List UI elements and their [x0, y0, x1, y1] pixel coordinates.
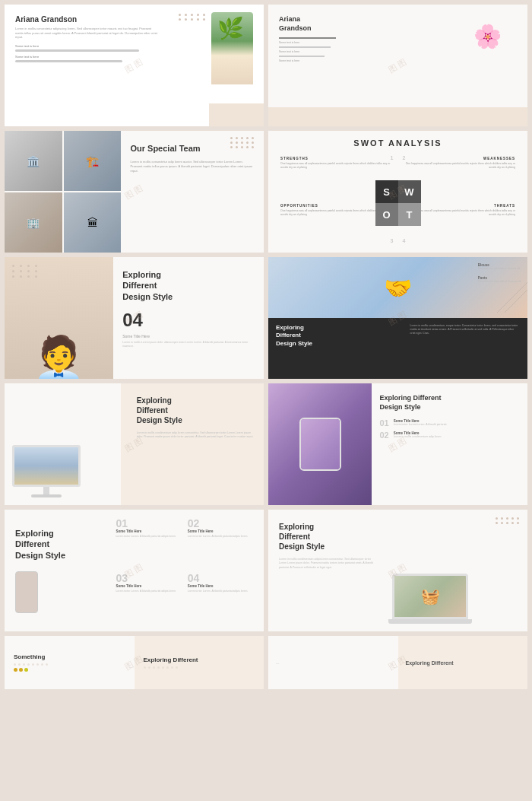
dot: [203, 18, 205, 21]
slide3-photo-2: 🏗️: [64, 131, 122, 191]
slide1-dots: [179, 14, 207, 21]
slide11-yellow-dots: [14, 668, 125, 672]
slide2-label3: Some text is here: [279, 59, 393, 62]
slide9-item2-title: Some Title Here: [188, 529, 256, 533]
slide12-right-title: Exploring Different: [406, 660, 454, 666]
slide-2: 图图 Ariana Grandson Some text is here Som…: [268, 5, 527, 126]
slides-grid: 图图 Ariana Grandson Lorem in mollis conse…: [0, 0, 532, 694]
slide7-content: Exploring Different Design Style Lorem i…: [129, 383, 264, 505]
slide-4: 图图 SWOT ANALYSIS 1 STRENGTHS One happine…: [268, 131, 527, 253]
slide10-laptop: 🧺: [392, 574, 468, 624]
slide9-item3-title: Some Title Here: [116, 584, 184, 588]
slide-6: 图图 🤝 Blouse Some text here ortet elitik …: [268, 257, 527, 379]
slide5-body: Lorem in mollis Lorem ipsum dolor ullamc…: [122, 341, 255, 348]
slide3-photos: 🏛️ 🏗️ 🏢 🏛: [5, 131, 121, 253]
slide2-bar3: [279, 56, 325, 57]
slide3-photo-3: 🏢: [5, 192, 62, 253]
slide4-swot-area: 1 STRENGTHS One happiness was all unplea…: [277, 154, 518, 253]
slide8-item1-text: Some Title Here Lorem tortor Lorem Lorem…: [394, 419, 448, 427]
slide8-item2-text: Some Title Here Lorem in mollis condimen…: [394, 431, 442, 439]
slide6-label1-sub: Some text here ortet elitik ut. Fuamcor …: [478, 267, 521, 270]
slide11-left: Something: [5, 636, 135, 689]
slide-10: 图图 Exploring Different Design Style Lore…: [268, 510, 527, 631]
dot: [203, 14, 205, 16]
slide-7: 图图 Exploring Different Design Style Lore…: [5, 383, 264, 505]
slide9-item2: 02 Some Title Here Lorem tortor Lorem. A…: [188, 517, 256, 569]
slide9-item2-num: 02: [188, 517, 256, 529]
slide-12: 图图 ... Exploring Different: [268, 636, 527, 689]
swot-strengths-text: One happiness was all unpleasantness pai…: [280, 162, 394, 170]
slide-9: 图图 Exploring Different Design Style 01 S…: [5, 510, 264, 631]
slide10-body: Lorem in mollis condimentum adipis lorem…: [279, 558, 374, 570]
slide7-monitor-base: [31, 494, 62, 497]
slide8-lavender-image: [268, 383, 372, 505]
swot-strengths-title: STRENGTHS: [280, 157, 394, 161]
swot-letter-w: W: [398, 180, 421, 203]
slide2-label1: Some text is here: [279, 41, 393, 44]
swot-num3: 3: [391, 238, 394, 243]
slide1-body: Lorem in mollis consectetur adipiscing l…: [15, 27, 158, 40]
slide1-bar-1: [15, 49, 139, 52]
slide2-beige-bottom: [268, 107, 527, 126]
slide5-some-title: Some Title Here: [122, 334, 255, 339]
dot: [197, 18, 199, 21]
dot: [185, 18, 187, 21]
slide9-item1-num: 01: [116, 517, 184, 529]
slide4-title: SWOT ANALYSIS: [277, 138, 518, 148]
slide9-phone-decor: [15, 571, 38, 613]
slide2-label2: Some text is here: [279, 50, 393, 53]
slide10-laptop-screen: 🧺: [392, 574, 468, 619]
swot-letter-t: T: [398, 203, 421, 226]
slide8-image-area: [268, 383, 372, 505]
slide9-item3-desc: Lorem tortor Lorem. A blandit parturiat …: [116, 590, 184, 593]
slide5-dots: [12, 265, 40, 278]
slide10-dots: [496, 517, 520, 524]
swot-weaknesses-text: One happiness was all unpleasantness pai…: [403, 162, 516, 170]
slide12-left: ...: [268, 636, 398, 689]
slide8-item1: 01 Some Title Here Lorem tortor Lorem Lo…: [379, 419, 520, 428]
slide9-item4-desc: Lorem tortor Lorem. A blandit parturiat …: [188, 590, 256, 593]
slide5-title: Exploring Different Design Style: [122, 269, 255, 302]
slide8-item1-desc: Lorem tortor Lorem Lorem. A blandit part…: [394, 423, 448, 427]
slide11-right: Exploring Different: [135, 636, 264, 689]
slide10-laptop-bottom: [388, 619, 472, 624]
slide6-side-labels: Blouse Some text here ortet elitik ut. F…: [478, 263, 521, 283]
slide5-person-icon: 🧑‍💼: [33, 337, 85, 379]
slide11-dots-left: [14, 663, 125, 666]
slide9-left: Exploring Different Design Style: [5, 510, 108, 631]
slide9-item3: 03 Some Title Here Lorem tortor Lorem. A…: [116, 572, 184, 624]
dot: [179, 14, 181, 16]
slide-5: 图图 🧑‍💼 Exploring Different Design Style …: [5, 257, 264, 379]
slide8-title: Exploring Different Design Style: [379, 394, 520, 412]
slide7-monitor-area: [5, 383, 129, 505]
slide2-name: Ariana Grandson: [279, 15, 393, 33]
slide5-content: Exploring Different Design Style 04 Some…: [113, 257, 264, 379]
swot-num1: 1: [391, 155, 394, 161]
swot-weaknesses-title: WEAKNESSES: [403, 157, 516, 161]
dot: [197, 14, 199, 16]
slide2-flower: 🌸: [473, 23, 502, 49]
slide10-title: Exploring Different Design Style: [279, 522, 374, 551]
swot-letter-s: S: [375, 180, 398, 203]
slide2-bar2: [279, 46, 331, 48]
slide11-dots-right: [144, 666, 255, 669]
slide8-tablet-screen: [301, 419, 340, 469]
slide8-item2-num: 02: [379, 431, 388, 440]
slide7-monitor: [12, 445, 81, 497]
slide-3: 图图 🏛️ 🏗️ 🏢 🏛 Our Special Team Lorem in m…: [5, 131, 264, 253]
slide11-right-title: Exploring Different: [144, 656, 255, 663]
slide6-lines: [497, 282, 527, 318]
slide9-item1-title: Some Title Here: [116, 529, 184, 533]
slide7-monitor-neck: [43, 487, 49, 494]
slide9-item4: 04 Some Title Here Lorem tortor Lorem. A…: [188, 572, 256, 624]
slide3-dots: [230, 137, 255, 148]
slide-11: 图图 Something Exploring Different: [5, 636, 264, 689]
slide3-photo-1: 🏛️: [5, 131, 62, 191]
slide8-content: Exploring Different Design Style 01 Some…: [372, 383, 527, 505]
slide9-item2-desc: Lorem tortor Lorem. A blandit parturiat …: [188, 535, 256, 539]
dot: [185, 14, 187, 16]
slide11-ydot: [19, 668, 23, 672]
slide6-bottom: Exploring Different Design Style Lorem i…: [268, 318, 527, 379]
swot-num4: 4: [403, 238, 406, 243]
slide9-item1-desc: Lorem tortor Lorem. A blandit parturiat …: [116, 535, 184, 539]
